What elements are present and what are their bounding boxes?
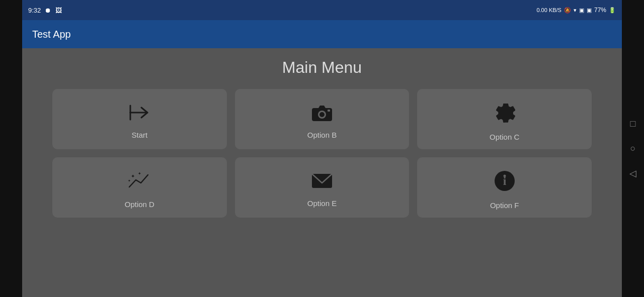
- svg-text:✦: ✦: [131, 173, 135, 179]
- media-icon: ⏺: [45, 7, 51, 14]
- gear-icon: [494, 102, 516, 127]
- option-b-button[interactable]: Option B: [235, 89, 410, 149]
- battery-icon: 🔋: [609, 7, 616, 14]
- signal-icon1: ▣: [579, 7, 584, 14]
- envelope-icon: [311, 172, 333, 193]
- bezel-right: □ ○ ◁: [622, 0, 644, 297]
- bezel-left: [0, 0, 22, 297]
- svg-text:✦: ✦: [138, 171, 141, 176]
- battery-percent: 77%: [594, 7, 606, 14]
- svg-point-13: [503, 174, 506, 177]
- wifi-icon: ▾: [574, 7, 577, 14]
- svg-rect-6: [328, 110, 330, 112]
- back-nav-button[interactable]: ◁: [629, 168, 636, 179]
- circle-nav-button[interactable]: ○: [630, 143, 636, 154]
- option-f-button[interactable]: i Option F: [417, 157, 592, 218]
- info-circle-icon: i: [494, 170, 516, 195]
- option-e-button[interactable]: Option E: [235, 157, 410, 218]
- app-bar: Test App: [22, 20, 622, 48]
- network-speed: 0.00 KB/S: [536, 7, 561, 13]
- sparkle-trend-icon: ✦ ✦ ✦: [127, 171, 152, 194]
- option-c-label: Option C: [490, 133, 519, 141]
- status-right-icons: 0.00 KB/S 🔕 ▾ ▣ ▣ 77% 🔋: [536, 7, 616, 14]
- camera-icon: [311, 104, 333, 125]
- square-nav-button[interactable]: □: [630, 119, 636, 129]
- main-content: Main Menu Start: [22, 48, 622, 297]
- option-c-button[interactable]: Option C: [417, 89, 592, 149]
- page-title: Main Menu: [282, 58, 362, 77]
- option-f-label: Option F: [490, 201, 519, 210]
- menu-grid: Start Option B: [52, 89, 592, 218]
- option-d-button[interactable]: ✦ ✦ ✦ Option D: [52, 157, 227, 218]
- start-label: Start: [131, 131, 147, 139]
- status-bar: 9:32 ⏺ 🖼 0.00 KB/S 🔕 ▾ ▣ ▣ 77% 🔋: [22, 0, 622, 20]
- option-d-label: Option D: [125, 200, 154, 209]
- start-button[interactable]: Start: [52, 89, 227, 149]
- app-title: Test App: [32, 29, 71, 40]
- status-left: 9:32 ⏺ 🖼: [28, 7, 62, 14]
- signal-icon2: ▣: [587, 7, 592, 14]
- svg-text:✦: ✦: [128, 179, 131, 182]
- option-e-label: Option E: [307, 199, 337, 208]
- silent-icon: 🔕: [564, 7, 571, 14]
- option-b-label: Option B: [307, 131, 337, 139]
- start-icon: [128, 104, 150, 125]
- device: 9:32 ⏺ 🖼 0.00 KB/S 🔕 ▾ ▣ ▣ 77% 🔋 Test Ap…: [22, 0, 622, 297]
- svg-point-5: [319, 112, 325, 117]
- clock: 9:32: [28, 7, 41, 14]
- image-icon: 🖼: [55, 7, 62, 14]
